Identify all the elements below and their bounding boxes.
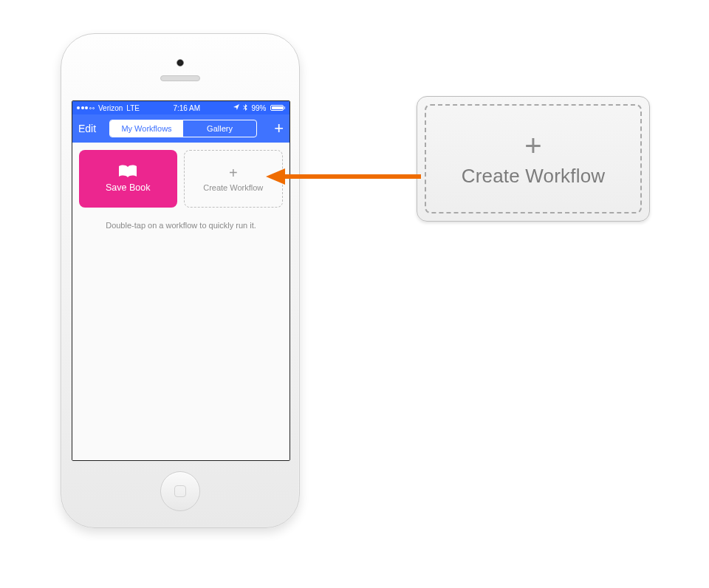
bluetooth-icon bbox=[243, 104, 247, 112]
home-button[interactable] bbox=[160, 471, 200, 511]
tab-gallery[interactable]: Gallery bbox=[183, 120, 256, 137]
plus-icon: + bbox=[524, 131, 541, 160]
phone-speaker bbox=[160, 75, 200, 81]
signal-strength-icon bbox=[77, 106, 95, 109]
clock-label: 7:16 AM bbox=[173, 104, 200, 112]
phone-camera bbox=[177, 59, 184, 66]
location-icon bbox=[233, 104, 239, 112]
edit-button[interactable]: Edit bbox=[78, 123, 103, 134]
phone-screen: Verizon LTE 7:16 AM 99% bbox=[72, 100, 290, 461]
iphone-frame: Verizon LTE 7:16 AM 99% bbox=[61, 33, 300, 528]
create-workflow-callout: + Create Workflow bbox=[417, 96, 650, 222]
view-segmented-control: My Workflows Gallery bbox=[109, 120, 257, 137]
carrier-label: Verizon bbox=[98, 104, 123, 112]
battery-percentage: 99% bbox=[251, 104, 266, 112]
status-bar: Verizon LTE 7:16 AM 99% bbox=[72, 101, 290, 114]
create-workflow-callout-inner[interactable]: + Create Workflow bbox=[425, 104, 642, 213]
workflow-tile-savebook[interactable]: Save Book bbox=[79, 150, 177, 208]
add-button[interactable]: + bbox=[263, 119, 284, 138]
battery-icon bbox=[270, 105, 286, 111]
workflow-grid: Save Book + Create Workflow Double-tap o… bbox=[72, 143, 290, 460]
plus-icon: + bbox=[274, 119, 284, 138]
tab-my-workflows[interactable]: My Workflows bbox=[110, 120, 183, 137]
create-workflow-tile[interactable]: + Create Workflow bbox=[184, 150, 284, 208]
create-workflow-callout-label: Create Workflow bbox=[462, 165, 606, 188]
plus-icon: + bbox=[229, 165, 238, 180]
create-workflow-label: Create Workflow bbox=[203, 183, 263, 192]
navigation-bar: Edit My Workflows Gallery + bbox=[72, 114, 290, 143]
workflow-tile-label: Save Book bbox=[106, 182, 150, 193]
hint-text: Double-tap on a workflow to quickly run … bbox=[79, 221, 283, 230]
network-label: LTE bbox=[126, 104, 140, 112]
book-icon bbox=[118, 165, 137, 180]
